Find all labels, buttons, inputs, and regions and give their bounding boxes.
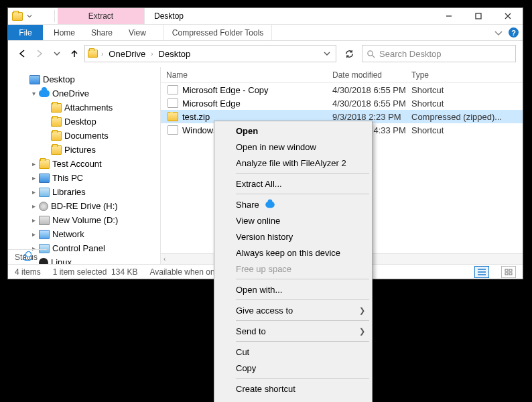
- expand-arrow-icon[interactable]: ▸: [29, 160, 38, 168]
- tree-item-label: BD-RE Drive (H:): [51, 201, 118, 211]
- menu-item-open[interactable]: Open: [216, 123, 371, 139]
- menu-item-share[interactable]: Share: [216, 196, 371, 212]
- menu-item-open-with[interactable]: Open with...: [216, 281, 371, 297]
- drive-icon: [39, 216, 50, 225]
- cloud-icon: [265, 201, 275, 207]
- expand-arrow-icon[interactable]: ▾: [29, 90, 38, 97]
- breadcrumb-desktop[interactable]: Desktop: [157, 49, 193, 59]
- tree-item-desktop[interactable]: Desktop: [8, 115, 160, 129]
- menu-item-open-in-new-window[interactable]: Open in new window: [216, 139, 371, 155]
- close-button[interactable]: [493, 8, 523, 24]
- menu-item-version-history[interactable]: Version history: [216, 228, 371, 245]
- tree-item-bd-re-drive-h-[interactable]: ▸BD-RE Drive (H:): [8, 199, 160, 213]
- search-box[interactable]: Search Desktop: [362, 45, 516, 62]
- context-menu[interactable]: OpenOpen in new windowAnalyze file with …: [214, 121, 373, 402]
- tree-item-pictures[interactable]: Pictures: [8, 143, 160, 157]
- expand-arrow-icon[interactable]: ▸: [29, 188, 38, 196]
- menu-item-analyze-file-with-filealyzer-2[interactable]: Analyze file with FileAlyzer 2: [216, 155, 371, 171]
- folder-icon: [51, 145, 62, 155]
- chevron-right-icon[interactable]: ›: [150, 50, 153, 58]
- menu-separator: [236, 194, 369, 194]
- tree-item-desktop[interactable]: Desktop: [8, 72, 160, 86]
- tree-item-network[interactable]: ▸Network: [8, 227, 160, 241]
- menu-item-view-online[interactable]: View online: [216, 212, 371, 228]
- file-name-label: Microsoft Edge - Copy: [182, 85, 269, 95]
- tree-item-onedrive[interactable]: ▾OneDrive: [8, 86, 160, 100]
- details-view-button[interactable]: [474, 266, 489, 278]
- file-row[interactable]: Microsoft Edge4/30/2018 6:55 PMShortcut: [161, 96, 523, 110]
- tab-home[interactable]: Home: [46, 25, 83, 40]
- tree-item-label: New Volume (D:): [52, 215, 118, 225]
- file-row[interactable]: Microsoft Edge - Copy4/30/2018 6:55 PMSh…: [161, 83, 523, 96]
- search-icon: [367, 50, 375, 58]
- tab-compressed-folder-tools[interactable]: Compressed Folder Tools: [163, 25, 273, 40]
- recent-locations-button[interactable]: [50, 46, 64, 61]
- tree-item-test-account[interactable]: ▸Test Account: [8, 157, 160, 171]
- svg-rect-7: [509, 273, 512, 275]
- up-button[interactable]: [67, 46, 82, 61]
- menu-separator: [236, 279, 369, 279]
- tab-view[interactable]: View: [121, 25, 154, 40]
- expand-arrow-icon[interactable]: ▸: [29, 202, 38, 210]
- tree-item-label: This PC: [52, 173, 83, 183]
- back-button[interactable]: [15, 46, 29, 61]
- panel-icon: [39, 188, 50, 197]
- forward-button[interactable]: [32, 46, 47, 61]
- addr-history-icon[interactable]: [324, 50, 330, 57]
- file-icon: [168, 85, 178, 94]
- monitor-icon: [29, 75, 40, 84]
- ribbon-tabs: File Home Share View Compressed Folder T…: [8, 25, 523, 41]
- tree-item-attachments[interactable]: Attachments: [8, 100, 160, 115]
- breadcrumb-onedrive[interactable]: OneDrive: [107, 49, 147, 59]
- menu-separator: [236, 341, 369, 342]
- navigation-pane[interactable]: Desktop▾OneDriveAttachmentsDesktopDocume…: [8, 67, 161, 264]
- menu-item-give-access-to[interactable]: Give access to❯: [216, 302, 371, 318]
- address-bar[interactable]: › OneDrive › Desktop: [84, 45, 336, 62]
- chevron-down-icon: [54, 50, 60, 57]
- column-name[interactable]: Name: [161, 70, 327, 80]
- menu-item-always-keep-on-this-device[interactable]: Always keep on this device: [216, 245, 371, 261]
- menu-item-label: Version history: [236, 232, 293, 242]
- expand-arrow-icon[interactable]: ▸: [29, 216, 38, 224]
- qat-dropdown-icon[interactable]: [27, 13, 32, 19]
- help-icon[interactable]: ?: [509, 27, 519, 38]
- folder-icon: [51, 103, 62, 113]
- titlebar: Extract Desktop: [8, 8, 523, 25]
- large-icons-view-button[interactable]: [501, 266, 516, 278]
- cell-date: 4/30/2018 6:55 PM: [327, 85, 406, 95]
- menu-item-copy[interactable]: Copy: [216, 360, 371, 376]
- tree-item-label: Test Account: [52, 159, 102, 169]
- menu-item-send-to[interactable]: Send to❯: [216, 323, 371, 339]
- menu-item-create-shortcut[interactable]: Create shortcut: [216, 381, 371, 397]
- tab-file[interactable]: File: [8, 25, 43, 40]
- menu-item-delete[interactable]: Delete: [216, 397, 371, 402]
- contextual-tab-extract[interactable]: Extract: [58, 8, 145, 24]
- column-date[interactable]: Date modified: [327, 70, 406, 80]
- tab-share[interactable]: Share: [83, 25, 121, 40]
- tree-item-documents[interactable]: Documents: [8, 129, 160, 143]
- menu-item-free-up-space: Free up space: [216, 261, 371, 277]
- tree-item-libraries[interactable]: ▸Libraries: [8, 185, 160, 199]
- window-title: Desktop: [145, 8, 193, 24]
- submenu-arrow-icon: ❯: [359, 327, 365, 336]
- expand-ribbon-icon[interactable]: [494, 28, 503, 38]
- minimize-button[interactable]: [434, 8, 464, 24]
- menu-item-cut[interactable]: Cut: [216, 344, 371, 360]
- column-type[interactable]: Type: [406, 70, 523, 80]
- chevron-right-icon[interactable]: ›: [101, 50, 104, 58]
- menu-item-extract-all[interactable]: Extract All...: [216, 176, 371, 192]
- tree-item-label: Control Panel: [52, 243, 105, 253]
- tree-item-this-pc[interactable]: ▸This PC: [8, 171, 160, 185]
- maximize-button[interactable]: [464, 8, 493, 24]
- tree-item-new-volume-d-[interactable]: ▸New Volume (D:): [8, 213, 160, 227]
- cell-date: 4/30/2018 6:55 PM: [327, 98, 406, 109]
- cell-type: Compressed (zipped)...: [406, 112, 523, 122]
- large-icons-icon: [505, 269, 513, 275]
- window-controls: [434, 8, 523, 24]
- refresh-button[interactable]: [339, 45, 359, 62]
- tree-item-label: Desktop: [43, 74, 75, 84]
- folder-icon: [39, 159, 50, 169]
- expand-arrow-icon[interactable]: ▸: [29, 174, 38, 182]
- expand-arrow-icon[interactable]: ▸: [29, 230, 38, 238]
- file-icon: [168, 125, 178, 135]
